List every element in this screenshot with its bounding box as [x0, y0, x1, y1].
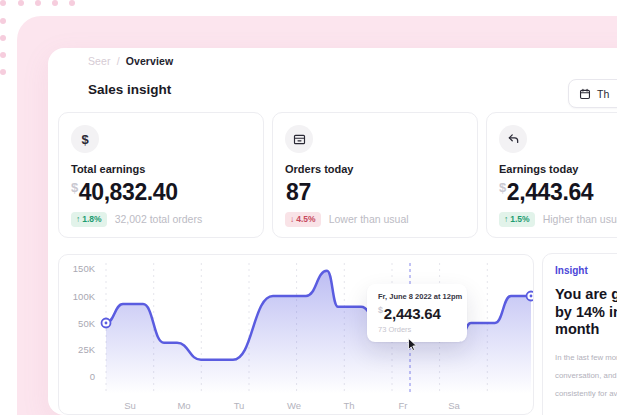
pink-dot [0, 35, 6, 41]
breadcrumb: Seer / Overview [88, 55, 173, 67]
insight-text-line: conversation, and clicks [555, 367, 617, 385]
insight-text-line: month [555, 321, 617, 339]
currency-sign: $ [71, 180, 78, 195]
pink-dot [69, 0, 75, 6]
insight-text-line: In the last few months, [555, 349, 617, 367]
main-panel: Seer / Overview Sales insight Th $ Total… [48, 48, 617, 415]
pink-dot [35, 0, 41, 6]
pink-dot [18, 0, 24, 6]
y-axis-tick: 25K [63, 344, 95, 355]
pink-dot [52, 0, 58, 6]
dollar-icon: $ [71, 125, 99, 153]
tooltip-orders: 73 Orders [378, 325, 456, 334]
x-axis-tick: Fr [399, 400, 408, 411]
period-label: Th [597, 88, 609, 100]
sales-chart-card: 150K100K50K25K0 SuMoTuWeThFrSa Fr, June … [58, 254, 534, 415]
trend-badge: ↓4.5% [285, 212, 321, 227]
trend-badge: ↑1.8% [71, 212, 107, 227]
insight-text-line: consistently for average [555, 385, 617, 403]
stat-subtext: Lower than usual [329, 213, 409, 225]
pink-dot [0, 69, 6, 75]
tooltip-date: Fr, June 8 2022 at 12pm [378, 292, 456, 301]
chart-tooltip: Fr, June 8 2022 at 12pm $2,443.64 73 Ord… [367, 284, 467, 342]
currency-sign: $ [499, 180, 506, 195]
tooltip-value: $2,443.64 [378, 305, 456, 322]
trend-badge: ↑1.5% [499, 212, 535, 227]
x-axis-tick: Th [343, 400, 354, 411]
stat-card-orders-today: Orders today 87 ↓4.5% Lower than usual [272, 112, 478, 238]
x-axis-tick: Sa [448, 400, 460, 411]
arrow-up-icon: ↑ [76, 215, 80, 224]
x-axis-tick: Su [124, 400, 136, 411]
insight-text-line: You are growing [555, 286, 617, 304]
stat-label: Earnings today [499, 163, 578, 175]
stat-card-earnings-today: Earnings today $2,443.64 ↑1.5% Higher th… [486, 112, 617, 238]
x-axis-tick: Mo [177, 400, 190, 411]
stat-label: Orders today [285, 163, 353, 175]
insight-card: Insight You are growingby 14% in thismon… [542, 253, 617, 415]
stat-subtext: Higher than usual [543, 213, 617, 225]
archive-box-icon [285, 125, 313, 153]
x-axis-tick: We [287, 400, 301, 411]
stat-value: 87 [285, 179, 311, 206]
insight-label: Insight [555, 265, 617, 276]
period-select-button[interactable]: Th [568, 79, 617, 108]
insight-text-line: by 14% in this [555, 304, 617, 322]
stat-subtext: 32,002 total orders [115, 213, 203, 225]
y-axis-tick: 0 [63, 371, 95, 382]
x-axis-tick: Tu [234, 400, 245, 411]
stat-label: Total earnings [71, 163, 145, 175]
breadcrumb-overview: Overview [126, 55, 174, 67]
breadcrumb-separator: / [117, 55, 120, 67]
breadcrumb-seer[interactable]: Seer [88, 55, 111, 67]
arrow-up-icon: ↑ [504, 215, 508, 224]
y-axis-tick: 150K [63, 263, 95, 274]
stat-value: $2,443.64 [499, 179, 593, 206]
pink-dot [0, 18, 6, 24]
insight-heading: You are growingby 14% in thismonth [555, 286, 617, 339]
pink-dot [0, 52, 6, 58]
mouse-cursor-icon [408, 338, 418, 351]
calendar-icon [579, 88, 591, 100]
stat-value: $40,832.40 [71, 179, 178, 206]
y-axis-tick: 100K [63, 291, 95, 302]
y-axis-tick: 50K [63, 318, 95, 329]
arrow-down-icon: ↓ [290, 215, 294, 224]
stat-card-total-earnings: $ Total earnings $40,832.40 ↑1.8% 32,002… [58, 112, 264, 238]
return-arrow-icon [499, 125, 527, 153]
insight-body: In the last few months,conversation, and… [555, 349, 617, 403]
pink-dot [0, 0, 6, 6]
page-title: Sales insight [88, 82, 171, 97]
